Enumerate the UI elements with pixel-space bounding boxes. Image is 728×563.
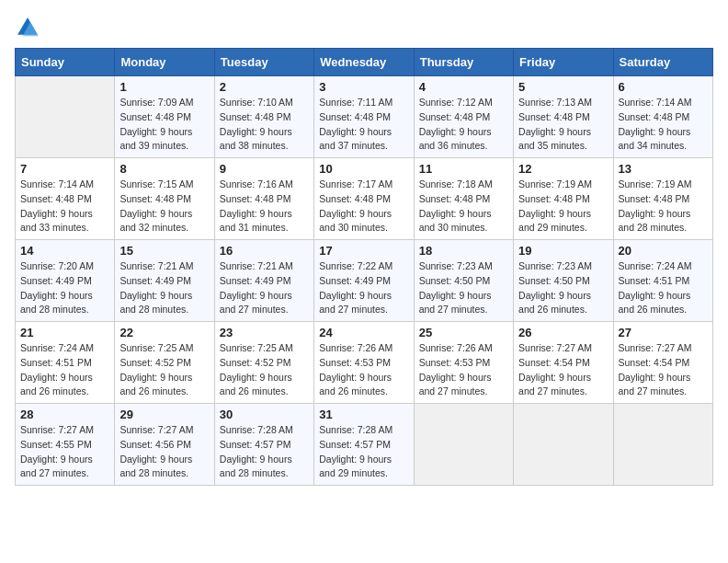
day-number: 2 bbox=[220, 80, 309, 94]
day-number: 23 bbox=[220, 326, 309, 339]
calendar-cell: 11Sunrise: 7:18 AMSunset: 4:48 PMDayligh… bbox=[414, 158, 513, 240]
calendar-cell: 14Sunrise: 7:20 AMSunset: 4:49 PMDayligh… bbox=[16, 240, 115, 322]
day-info: Sunrise: 7:18 AMSunset: 4:48 PMDaylight:… bbox=[419, 178, 508, 236]
day-number: 14 bbox=[20, 244, 109, 258]
day-header-tuesday: Tuesday bbox=[214, 49, 313, 76]
day-header-saturday: Saturday bbox=[613, 49, 712, 76]
logo-icon bbox=[15, 15, 40, 40]
calendar-cell: 2Sunrise: 7:10 AMSunset: 4:48 PMDaylight… bbox=[214, 76, 313, 158]
day-number: 29 bbox=[119, 408, 209, 421]
calendar-cell: 19Sunrise: 7:23 AMSunset: 4:50 PMDayligh… bbox=[514, 240, 613, 322]
day-number: 27 bbox=[619, 326, 708, 339]
calendar-week-row: 14Sunrise: 7:20 AMSunset: 4:49 PMDayligh… bbox=[16, 240, 713, 322]
calendar-cell: 13Sunrise: 7:19 AMSunset: 4:48 PMDayligh… bbox=[613, 158, 712, 240]
day-info: Sunrise: 7:19 AMSunset: 4:48 PMDaylight:… bbox=[518, 178, 608, 236]
day-info: Sunrise: 7:10 AMSunset: 4:48 PMDaylight:… bbox=[220, 96, 309, 154]
calendar-cell: 6Sunrise: 7:14 AMSunset: 4:48 PMDaylight… bbox=[613, 76, 712, 158]
calendar-week-row: 7Sunrise: 7:14 AMSunset: 4:48 PMDaylight… bbox=[16, 158, 713, 240]
calendar-cell bbox=[16, 76, 115, 158]
day-info: Sunrise: 7:25 AMSunset: 4:52 PMDaylight:… bbox=[220, 341, 309, 399]
day-number: 8 bbox=[119, 162, 209, 176]
calendar-week-row: 1Sunrise: 7:09 AMSunset: 4:48 PMDaylight… bbox=[16, 76, 713, 158]
day-info: Sunrise: 7:12 AMSunset: 4:48 PMDaylight:… bbox=[419, 96, 508, 154]
calendar-cell: 29Sunrise: 7:27 AMSunset: 4:56 PMDayligh… bbox=[115, 404, 214, 486]
calendar-cell: 28Sunrise: 7:27 AMSunset: 4:55 PMDayligh… bbox=[16, 404, 115, 486]
day-info: Sunrise: 7:26 AMSunset: 4:53 PMDaylight:… bbox=[319, 341, 408, 399]
day-number: 7 bbox=[20, 162, 109, 176]
calendar-cell bbox=[613, 404, 712, 486]
calendar-cell: 18Sunrise: 7:23 AMSunset: 4:50 PMDayligh… bbox=[414, 240, 513, 322]
day-header-sunday: Sunday bbox=[16, 49, 115, 76]
day-number: 31 bbox=[319, 408, 408, 421]
day-number: 21 bbox=[20, 326, 109, 339]
logo bbox=[15, 15, 44, 40]
calendar-cell: 16Sunrise: 7:21 AMSunset: 4:49 PMDayligh… bbox=[214, 240, 313, 322]
calendar-cell bbox=[514, 404, 613, 486]
day-header-thursday: Thursday bbox=[414, 49, 513, 76]
day-info: Sunrise: 7:27 AMSunset: 4:54 PMDaylight:… bbox=[518, 341, 608, 399]
calendar-table: SundayMondayTuesdayWednesdayThursdayFrid… bbox=[15, 48, 713, 486]
calendar-cell: 24Sunrise: 7:26 AMSunset: 4:53 PMDayligh… bbox=[314, 322, 414, 404]
day-info: Sunrise: 7:27 AMSunset: 4:54 PMDaylight:… bbox=[619, 341, 708, 399]
day-info: Sunrise: 7:20 AMSunset: 4:49 PMDaylight:… bbox=[20, 259, 109, 317]
day-info: Sunrise: 7:17 AMSunset: 4:48 PMDaylight:… bbox=[319, 178, 408, 236]
calendar-header-row: SundayMondayTuesdayWednesdayThursdayFrid… bbox=[16, 49, 713, 76]
calendar-cell: 9Sunrise: 7:16 AMSunset: 4:48 PMDaylight… bbox=[214, 158, 313, 240]
day-header-monday: Monday bbox=[115, 49, 214, 76]
day-number: 16 bbox=[220, 244, 309, 258]
day-number: 25 bbox=[419, 326, 508, 339]
day-info: Sunrise: 7:09 AMSunset: 4:48 PMDaylight:… bbox=[119, 96, 209, 154]
calendar-cell: 12Sunrise: 7:19 AMSunset: 4:48 PMDayligh… bbox=[514, 158, 613, 240]
day-info: Sunrise: 7:23 AMSunset: 4:50 PMDaylight:… bbox=[419, 259, 508, 317]
calendar-cell: 25Sunrise: 7:26 AMSunset: 4:53 PMDayligh… bbox=[414, 322, 513, 404]
day-info: Sunrise: 7:19 AMSunset: 4:48 PMDaylight:… bbox=[619, 178, 708, 236]
calendar-cell: 20Sunrise: 7:24 AMSunset: 4:51 PMDayligh… bbox=[613, 240, 712, 322]
calendar-cell: 23Sunrise: 7:25 AMSunset: 4:52 PMDayligh… bbox=[214, 322, 313, 404]
day-number: 19 bbox=[518, 244, 608, 258]
day-number: 13 bbox=[619, 162, 708, 176]
page-header bbox=[15, 15, 713, 40]
day-number: 9 bbox=[220, 162, 309, 176]
calendar-cell: 21Sunrise: 7:24 AMSunset: 4:51 PMDayligh… bbox=[16, 322, 115, 404]
calendar-cell: 8Sunrise: 7:15 AMSunset: 4:48 PMDaylight… bbox=[115, 158, 214, 240]
day-number: 17 bbox=[319, 244, 408, 258]
calendar-cell: 27Sunrise: 7:27 AMSunset: 4:54 PMDayligh… bbox=[613, 322, 712, 404]
day-number: 3 bbox=[319, 80, 408, 94]
calendar-cell: 4Sunrise: 7:12 AMSunset: 4:48 PMDaylight… bbox=[414, 76, 513, 158]
day-info: Sunrise: 7:26 AMSunset: 4:53 PMDaylight:… bbox=[419, 341, 508, 399]
day-info: Sunrise: 7:23 AMSunset: 4:50 PMDaylight:… bbox=[518, 259, 608, 317]
calendar-cell: 3Sunrise: 7:11 AMSunset: 4:48 PMDaylight… bbox=[314, 76, 414, 158]
day-info: Sunrise: 7:21 AMSunset: 4:49 PMDaylight:… bbox=[220, 259, 309, 317]
day-info: Sunrise: 7:14 AMSunset: 4:48 PMDaylight:… bbox=[619, 96, 708, 154]
day-info: Sunrise: 7:14 AMSunset: 4:48 PMDaylight:… bbox=[20, 178, 109, 236]
day-number: 30 bbox=[220, 408, 309, 421]
day-number: 24 bbox=[319, 326, 408, 339]
calendar-cell bbox=[414, 404, 513, 486]
calendar-cell: 7Sunrise: 7:14 AMSunset: 4:48 PMDaylight… bbox=[16, 158, 115, 240]
day-number: 4 bbox=[419, 80, 508, 94]
day-number: 28 bbox=[20, 408, 109, 421]
day-info: Sunrise: 7:27 AMSunset: 4:56 PMDaylight:… bbox=[119, 423, 209, 481]
day-number: 11 bbox=[419, 162, 508, 176]
calendar-week-row: 21Sunrise: 7:24 AMSunset: 4:51 PMDayligh… bbox=[16, 322, 713, 404]
day-info: Sunrise: 7:13 AMSunset: 4:48 PMDaylight:… bbox=[518, 96, 608, 154]
calendar-week-row: 28Sunrise: 7:27 AMSunset: 4:55 PMDayligh… bbox=[16, 404, 713, 486]
calendar-cell: 17Sunrise: 7:22 AMSunset: 4:49 PMDayligh… bbox=[314, 240, 414, 322]
day-info: Sunrise: 7:25 AMSunset: 4:52 PMDaylight:… bbox=[119, 341, 209, 399]
day-number: 20 bbox=[619, 244, 708, 258]
day-number: 6 bbox=[619, 80, 708, 94]
day-info: Sunrise: 7:11 AMSunset: 4:48 PMDaylight:… bbox=[319, 96, 408, 154]
day-info: Sunrise: 7:24 AMSunset: 4:51 PMDaylight:… bbox=[20, 341, 109, 399]
day-header-friday: Friday bbox=[514, 49, 613, 76]
day-info: Sunrise: 7:22 AMSunset: 4:49 PMDaylight:… bbox=[319, 259, 408, 317]
day-info: Sunrise: 7:15 AMSunset: 4:48 PMDaylight:… bbox=[119, 178, 209, 236]
calendar-cell: 22Sunrise: 7:25 AMSunset: 4:52 PMDayligh… bbox=[115, 322, 214, 404]
calendar-cell: 26Sunrise: 7:27 AMSunset: 4:54 PMDayligh… bbox=[514, 322, 613, 404]
day-info: Sunrise: 7:21 AMSunset: 4:49 PMDaylight:… bbox=[119, 259, 209, 317]
calendar-cell: 10Sunrise: 7:17 AMSunset: 4:48 PMDayligh… bbox=[314, 158, 414, 240]
calendar-cell: 15Sunrise: 7:21 AMSunset: 4:49 PMDayligh… bbox=[115, 240, 214, 322]
day-info: Sunrise: 7:16 AMSunset: 4:48 PMDaylight:… bbox=[220, 178, 309, 236]
day-header-wednesday: Wednesday bbox=[314, 49, 414, 76]
calendar-cell: 5Sunrise: 7:13 AMSunset: 4:48 PMDaylight… bbox=[514, 76, 613, 158]
day-info: Sunrise: 7:28 AMSunset: 4:57 PMDaylight:… bbox=[319, 423, 408, 481]
